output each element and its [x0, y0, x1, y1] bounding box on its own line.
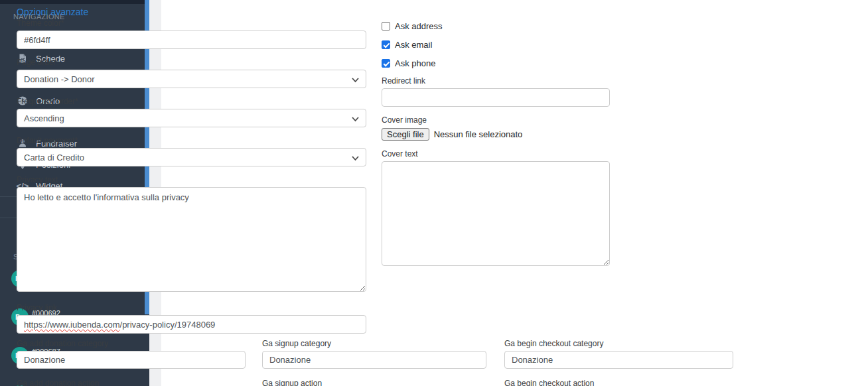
ga-add-donation-column: Ga add donation category Ga add donation…	[17, 340, 246, 386]
default-payment-value: Carta di Credito	[24, 153, 84, 162]
theme-color-label: Theme color*	[17, 19, 366, 28]
ga-signup-column: Ga signup category Ga signup action	[262, 340, 486, 386]
choose-file-button[interactable]: Scegli file	[382, 128, 429, 141]
page-order-group: Page order* Donation -> Donor	[17, 58, 366, 88]
ask-phone-row: Ask phone	[382, 58, 610, 68]
chevron-down-icon	[351, 154, 360, 162]
ask-address-label: Ask address	[395, 21, 443, 31]
page-order-value: Donation -> Donor	[24, 74, 95, 84]
frequency-order-value: Ascending	[24, 113, 64, 123]
ga-add-donation-category-label: Ga add donation category	[17, 340, 246, 348]
redirect-link-input[interactable]	[382, 88, 610, 107]
theme-color-group: Theme color*	[17, 19, 366, 49]
ga-begin-checkout-column: Ga begin checkout category Ga begin chec…	[504, 340, 733, 386]
ga-signup-action-label: Ga signup action	[262, 379, 486, 386]
cover-text-group: Cover text	[382, 150, 610, 266]
ask-email-label: Ask email	[395, 40, 432, 50]
redirect-link-group: Redirect link	[382, 77, 610, 107]
privacy-link-rest-text: /privacy-policy/19748069	[120, 320, 216, 330]
chevron-down-icon	[351, 76, 360, 84]
privacy-text-group: Privacy text Ho letto e accetto l'inform…	[17, 176, 366, 292]
privacy-text-textarea[interactable]: Ho letto e accetto l'informativa sulla p…	[17, 187, 366, 292]
theme-color-input[interactable]	[17, 31, 366, 49]
privacy-link-input[interactable]: https://www.iubenda.com/privacy-policy/1…	[17, 315, 366, 334]
privacy-link-group: Privacy link https://www.iubenda.com/pri…	[17, 304, 366, 334]
cover-image-group: Cover image Scegli file Nessun file sele…	[382, 116, 610, 141]
ask-email-checkbox[interactable]	[382, 40, 390, 49]
ga-add-donation-category-input[interactable]	[17, 351, 246, 369]
ask-email-row: Ask email	[382, 40, 610, 49]
ga-begin-checkout-action-label: Ga begin checkout action	[504, 379, 733, 386]
ga-signup-category-input[interactable]	[262, 351, 486, 369]
chevron-down-icon	[351, 115, 360, 123]
page-order-label: Page order*	[17, 58, 366, 67]
ga-add-donation-action-label: Ga add donation action	[17, 379, 246, 386]
redirect-link-label: Redirect link	[382, 77, 610, 86]
ask-phone-label: Ask phone	[395, 58, 435, 68]
cover-text-textarea[interactable]	[382, 161, 610, 266]
privacy-link-misspelled-text: https://www.iubenda.com	[24, 320, 120, 330]
ask-address-checkbox[interactable]	[382, 22, 390, 31]
frequency-order-select[interactable]: Ascending	[17, 109, 366, 127]
advanced-options-link[interactable]: Opzioni avanzate	[17, 7, 88, 17]
ga-begin-checkout-category-input[interactable]	[504, 351, 733, 369]
ga-signup-category-label: Ga signup category	[262, 340, 486, 348]
default-payment-select[interactable]: Carta di Credito	[17, 148, 366, 166]
default-payment-label: Default payment*	[17, 137, 366, 145]
privacy-text-label: Privacy text	[17, 176, 366, 184]
frequency-order-label: Frequency order*	[17, 97, 366, 106]
cover-text-label: Cover text	[382, 150, 610, 159]
file-status-text: Nessun file selezionato	[434, 129, 523, 139]
cover-image-label: Cover image	[382, 116, 610, 125]
default-payment-group: Default payment* Carta di Credito	[17, 137, 366, 166]
page-order-select[interactable]: Donation -> Donor	[17, 70, 366, 88]
frequency-order-group: Frequency order* Ascending	[17, 97, 366, 127]
ga-begin-checkout-category-label: Ga begin checkout category	[504, 340, 733, 348]
form-column-left: Opzioni avanzate Theme color* Page order…	[17, 0, 366, 343]
form-column-right: Ask address Ask email Ask phone Redirect…	[382, 21, 610, 275]
privacy-link-label: Privacy link	[17, 304, 366, 312]
ask-address-row: Ask address	[382, 21, 610, 31]
ask-phone-checkbox[interactable]	[382, 59, 390, 68]
cover-image-file-control: Scegli file Nessun file selezionato	[382, 128, 610, 141]
